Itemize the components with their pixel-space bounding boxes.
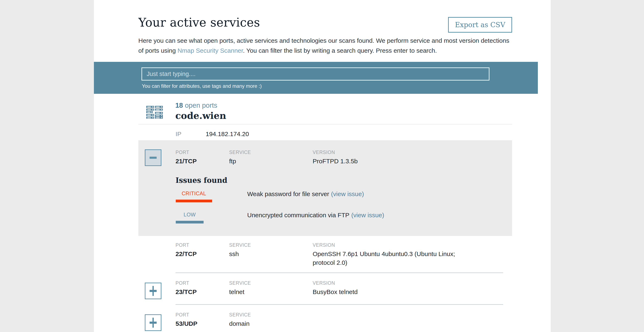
content-area: Your active services Export as CSV Here … (94, 0, 551, 332)
service-value: telnet (229, 288, 313, 296)
expand-button[interactable] (145, 314, 162, 331)
port-value: 21/TCP (176, 157, 229, 166)
service-label: SERVICE (229, 312, 313, 318)
service-value: ssh (229, 250, 313, 258)
service-column: SERVICE ftp (229, 149, 313, 166)
version-column: VERSION ProFTPD 1.3.5b (313, 149, 462, 166)
port-row-23: PORT 23/TCP SERVICE telnet VERSION BusyB… (138, 273, 512, 305)
issue-description: Weak password for file server (247, 190, 329, 197)
severity-text: LOW (176, 212, 204, 218)
port-label: PORT (176, 242, 229, 248)
severity-badge-critical: CRITICAL (176, 190, 247, 202)
view-issue-link[interactable]: (view issue) (351, 212, 384, 218)
severity-badge-low: LOW (176, 212, 247, 223)
version-value: OpenSSH 7.6p1 Ubuntu 4ubuntu0.3 (Ubuntu … (313, 250, 462, 267)
port-label: PORT (176, 149, 229, 155)
issue-description: Unencrypted communication via FTP (247, 212, 350, 218)
severity-bar (176, 200, 212, 202)
ports-list: PORT 21/TCP SERVICE ftp VERSION ProFTPD … (94, 140, 551, 332)
export-csv-button[interactable]: Export as CSV (448, 17, 512, 33)
ip-label: IP (176, 130, 206, 138)
port-row-53: PORT 53/UDP SERVICE domain (138, 305, 512, 332)
open-ports-label: open ports (185, 101, 217, 109)
port-row-22: PORT 22/TCP SERVICE ssh VERSION OpenSSH … (138, 236, 512, 273)
host-header: 18 open ports code.wien (138, 101, 512, 121)
port-value: 53/UDP (176, 319, 229, 328)
nmap-scanner-link[interactable]: Nmap Security Scanner (178, 47, 243, 54)
severity-slot: CRITICAL (176, 190, 247, 202)
service-column: SERVICE telnet (229, 280, 313, 296)
port-columns: PORT 53/UDP SERVICE domain (176, 305, 503, 332)
port-column: PORT 22/TCP (176, 242, 229, 267)
port-columns: PORT 22/TCP SERVICE ssh VERSION OpenSSH … (176, 236, 503, 273)
service-value: domain (229, 319, 313, 328)
issue-text: Weak password for file server(view issue… (247, 190, 364, 198)
service-label: SERVICE (229, 242, 313, 248)
servers-icon (146, 106, 163, 119)
ip-value: 194.182.174.20 (206, 130, 249, 138)
version-value: ProFTPD 1.3.5b (313, 157, 462, 166)
version-column (313, 312, 462, 328)
expand-button[interactable] (145, 283, 162, 299)
service-value: ftp (229, 157, 313, 166)
port-label: PORT (176, 280, 229, 286)
description-text-2: . You can filter the list by writing a s… (243, 47, 437, 54)
port-columns: PORT 21/TCP SERVICE ftp VERSION ProFTPD … (176, 149, 512, 166)
version-value: BusyBox telnetd (313, 288, 462, 296)
page-description: Here you can see what open ports, active… (138, 36, 512, 56)
port-label: PORT (176, 312, 229, 318)
search-helper-text: You can filter for attributes, use tags … (142, 83, 538, 89)
collapse-button[interactable] (145, 149, 162, 166)
expand-button-wrap (145, 314, 162, 331)
plus-icon (150, 286, 157, 296)
host-divider (138, 124, 512, 125)
minus-icon (150, 157, 157, 159)
plus-icon (150, 318, 157, 328)
search-input[interactable] (142, 67, 490, 81)
host-name: code.wien (175, 110, 226, 121)
service-label: SERVICE (229, 280, 313, 286)
service-label: SERVICE (229, 149, 313, 155)
version-label: VERSION (313, 242, 462, 248)
severity-slot: LOW (176, 211, 247, 223)
expand-button-wrap (145, 283, 162, 299)
issues-found-heading: Issues found (176, 176, 512, 184)
search-band: You can filter for attributes, use tags … (94, 62, 538, 94)
service-column: SERVICE ssh (229, 242, 313, 267)
open-ports-summary: 18 open ports (175, 101, 226, 110)
open-ports-count: 18 (175, 101, 183, 109)
host-titles: 18 open ports code.wien (175, 101, 226, 121)
port-column: PORT 21/TCP (176, 149, 229, 166)
version-column: VERSION OpenSSH 7.6p1 Ubuntu 4ubuntu0.3 … (313, 242, 462, 267)
issue-text: Unencrypted communication via FTP(view i… (247, 211, 384, 219)
page-header: Your active services Export as CSV Here … (94, 0, 551, 56)
port-value: 22/TCP (176, 250, 229, 258)
version-column: VERSION BusyBox telnetd (313, 280, 462, 296)
issue-row-low: LOW Unencrypted communication via FTP(vi… (176, 211, 512, 223)
version-label: VERSION (313, 280, 462, 286)
severity-bar (176, 221, 204, 223)
port-column: PORT 23/TCP (176, 280, 229, 296)
port-row-expanded-21: PORT 21/TCP SERVICE ftp VERSION ProFTPD … (138, 140, 512, 236)
issue-row-critical: CRITICAL Weak password for file server(v… (176, 190, 512, 202)
port-columns: PORT 23/TCP SERVICE telnet VERSION BusyB… (176, 273, 503, 305)
ip-row: IP 194.182.174.20 (176, 130, 512, 138)
port-column: PORT 53/UDP (176, 312, 229, 328)
view-issue-link[interactable]: (view issue) (331, 190, 364, 197)
severity-text: CRITICAL (176, 190, 212, 196)
host-section: 18 open ports code.wien IP 194.182.174.2… (94, 101, 551, 138)
version-label: VERSION (313, 149, 462, 155)
port-value: 23/TCP (176, 288, 229, 296)
service-column: SERVICE domain (229, 312, 313, 328)
